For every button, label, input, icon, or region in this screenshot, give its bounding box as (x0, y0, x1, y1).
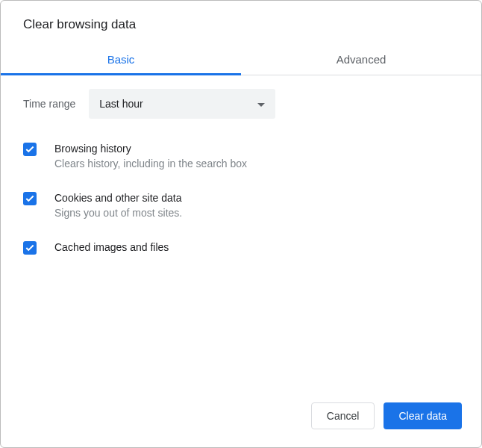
dialog-content: Time range Last hour Browsing history Cl… (1, 75, 481, 402)
clear-data-button[interactable]: Clear data (384, 402, 462, 429)
option-subtitle: Clears history, including in the search … (54, 156, 247, 171)
checkbox-browsing-history[interactable] (23, 143, 37, 156)
option-text: Browsing history Clears history, includi… (54, 141, 247, 171)
tabs: Basic Advanced (1, 46, 481, 75)
tab-advanced[interactable]: Advanced (241, 46, 481, 75)
time-range-select[interactable]: Last hour (89, 89, 275, 119)
checkmark-icon (25, 144, 35, 155)
option-title: Browsing history (54, 141, 247, 156)
option-subtitle: Signs you out of most sites. (54, 205, 182, 220)
option-title: Cookies and other site data (54, 190, 182, 205)
checkmark-icon (25, 193, 35, 204)
cancel-button[interactable]: Cancel (311, 402, 375, 429)
option-text: Cookies and other site data Signs you ou… (54, 190, 182, 220)
option-cached: Cached images and files (23, 240, 459, 255)
dialog-title: Clear browsing data (1, 1, 481, 32)
dialog-footer: Cancel Clear data (1, 402, 481, 447)
checkbox-cached[interactable] (23, 241, 37, 255)
option-text: Cached images and files (54, 240, 169, 255)
clear-browsing-data-dialog: Clear browsing data Basic Advanced Time … (0, 0, 482, 448)
checkmark-icon (25, 243, 35, 253)
option-title: Cached images and files (54, 240, 169, 255)
time-range-row: Time range Last hour (23, 89, 459, 119)
time-range-value: Last hour (99, 98, 143, 110)
option-cookies: Cookies and other site data Signs you ou… (23, 190, 459, 220)
option-browsing-history: Browsing history Clears history, includi… (23, 141, 459, 171)
time-range-label: Time range (23, 98, 75, 110)
tab-basic[interactable]: Basic (1, 46, 241, 75)
checkbox-cookies[interactable] (23, 192, 37, 205)
dropdown-caret-icon (257, 98, 265, 110)
